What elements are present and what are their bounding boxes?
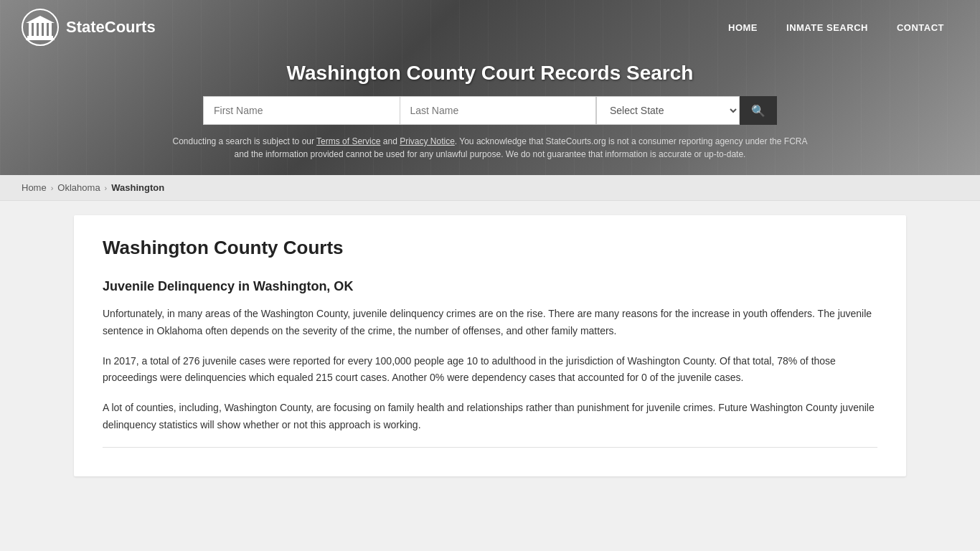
first-name-input[interactable]	[203, 96, 400, 125]
section1-heading: Juvenile Delinquency in Washington, OK	[103, 279, 877, 294]
nav-links: HOME INMATE SEARCH CONTACT	[714, 17, 958, 39]
privacy-link[interactable]: Privacy Notice	[400, 136, 455, 146]
breadcrumb-state[interactable]: Oklahoma	[57, 182, 100, 193]
search-button[interactable]: 🔍	[740, 96, 777, 125]
breadcrumb-county: Washington	[111, 182, 164, 193]
breadcrumb-home[interactable]: Home	[22, 182, 47, 193]
page-title: Washington County Courts	[103, 237, 877, 259]
svg-marker-6	[26, 16, 55, 23]
svg-rect-7	[27, 36, 53, 38]
terms-link[interactable]: Terms of Service	[316, 136, 380, 146]
breadcrumb-sep-1: ›	[51, 184, 54, 192]
svg-rect-3	[39, 23, 42, 36]
svg-rect-8	[26, 38, 55, 40]
search-bar: Select State AlabamaAlaskaArizona Arkans…	[203, 96, 777, 125]
paragraph-1: Unfortunately, in many areas of the Wash…	[103, 306, 877, 340]
state-select[interactable]: Select State AlabamaAlaskaArizona Arkans…	[596, 96, 740, 125]
nav-home[interactable]: HOME	[714, 17, 772, 39]
logo-text: StateCourts	[66, 18, 156, 37]
hero-disclaimer: Conducting a search is subject to our Te…	[167, 135, 813, 161]
hero-content: Washington County Court Records Search S…	[0, 55, 980, 175]
last-name-input[interactable]	[400, 96, 597, 125]
nav-contact[interactable]: CONTACT	[882, 17, 958, 39]
page-wrapper: Washington County Courts Juvenile Delinq…	[0, 201, 980, 505]
navbar: StateCourts HOME INMATE SEARCH CONTACT	[0, 0, 980, 55]
nav-inmate-search[interactable]: INMATE SEARCH	[772, 17, 882, 39]
svg-rect-4	[44, 23, 47, 36]
breadcrumb-sep-2: ›	[105, 184, 108, 192]
content-card: Washington County Courts Juvenile Delinq…	[74, 215, 906, 476]
paragraph-3: A lot of counties, including, Washington…	[103, 400, 877, 434]
hero-section: StateCourts HOME INMATE SEARCH CONTACT W…	[0, 0, 980, 175]
svg-rect-1	[29, 23, 32, 36]
logo-link[interactable]: StateCourts	[22, 9, 156, 46]
breadcrumb: Home › Oklahoma › Washington	[0, 175, 980, 201]
svg-rect-2	[34, 23, 37, 36]
svg-rect-5	[49, 23, 52, 36]
logo-icon	[22, 9, 59, 46]
section-divider	[103, 447, 877, 448]
paragraph-2: In 2017, a total of 276 juvenile cases w…	[103, 353, 877, 387]
hero-title: Washington County Court Records Search	[14, 62, 966, 85]
search-icon: 🔍	[751, 105, 765, 117]
